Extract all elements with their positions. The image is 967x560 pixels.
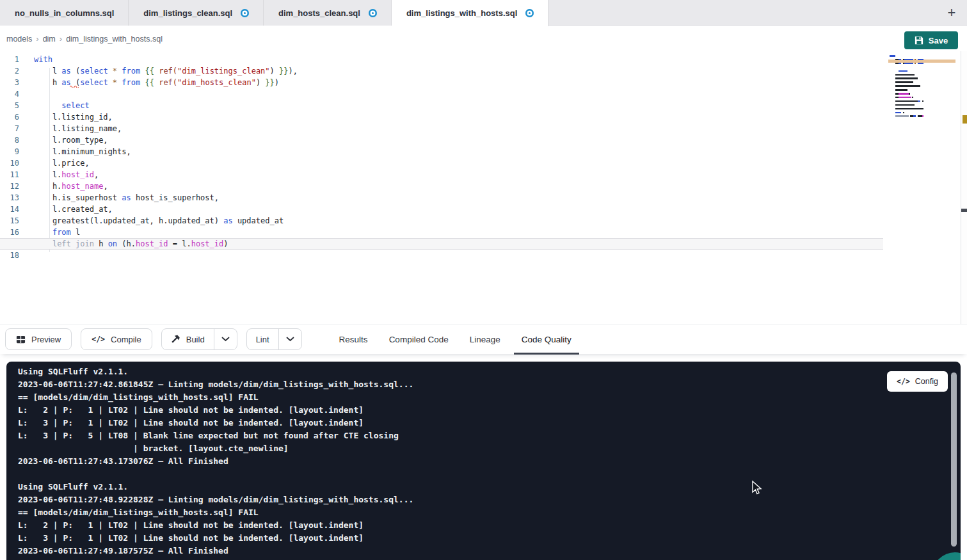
build-label: Build xyxy=(186,335,205,344)
file-tab-label: dim_listings_clean.sql xyxy=(143,8,232,18)
code-line: h as (select * from {{ ref("dim_hosts_cl… xyxy=(0,77,883,88)
code-line: l.listing_name, xyxy=(0,123,883,134)
code-line xyxy=(0,88,883,100)
file-tab[interactable]: no_nulls_in_columns.sql xyxy=(0,0,129,26)
breadcrumb-chevron-icon: › xyxy=(36,34,38,44)
code-line: h.host_name, xyxy=(0,180,883,192)
terminal-output: Using SQLFluff v2.1.1. 2023-06-06T11:27:… xyxy=(18,365,413,557)
lint-label: Lint xyxy=(256,335,269,344)
breadcrumb-segment[interactable]: dim_listings_with_hosts.sql xyxy=(66,35,163,44)
compile-label: Compile xyxy=(111,335,141,344)
unsaved-changes-icon xyxy=(525,9,534,17)
code-line: left join h on (h.host_id = l.host_id) xyxy=(0,238,883,250)
minimap[interactable] xyxy=(890,55,924,132)
unsaved-changes-icon xyxy=(369,9,377,17)
file-tab[interactable]: dim_listings_clean.sql xyxy=(129,0,264,26)
preview-label: Preview xyxy=(31,335,61,344)
result-panel-tabs: ResultsCompiled CodeLineageCode Quality xyxy=(332,324,579,355)
hammer-icon xyxy=(171,335,180,344)
lint-output-terminal: Using SQLFluff v2.1.1. 2023-06-06T11:27:… xyxy=(6,362,961,560)
lint-button[interactable]: Lint xyxy=(247,329,278,349)
save-label: Save xyxy=(929,36,948,45)
code-line: h.is_superhost as host_is_superhost, xyxy=(0,192,883,204)
panel-tab-code-quality[interactable]: Code Quality xyxy=(514,324,579,355)
code-line: l.created_at, xyxy=(0,204,883,215)
code-line: l.host_id, xyxy=(0,169,883,180)
code-line: l.room_type, xyxy=(0,134,883,146)
code-line: l.minimum_nights, xyxy=(0,146,883,157)
table-grid-icon xyxy=(16,335,26,344)
file-tab-label: no_nulls_in_columns.sql xyxy=(15,8,114,18)
panel-tab-lineage[interactable]: Lineage xyxy=(462,324,508,355)
save-button[interactable]: Save xyxy=(904,31,958,49)
code-line: with xyxy=(0,54,883,65)
chevron-down-icon xyxy=(221,337,230,342)
panel-tab-results[interactable]: Results xyxy=(332,324,376,355)
scroll-position-marker xyxy=(961,209,967,212)
config-button[interactable]: </> Config xyxy=(887,371,948,392)
editor-scroll-gutter[interactable] xyxy=(961,51,967,324)
preview-button[interactable]: Preview xyxy=(5,328,72,350)
dbt-ide-window: no_nulls_in_columns.sqldim_listings_clea… xyxy=(0,0,967,560)
unsaved-changes-icon xyxy=(241,9,249,17)
lint-dropdown-button[interactable] xyxy=(278,329,301,349)
code-icon: </> xyxy=(92,335,105,344)
floppy-disk-icon xyxy=(915,36,923,45)
breadcrumb: models›dim›dim_listings_with_hosts.sql xyxy=(6,26,163,51)
lint-button-group: Lint xyxy=(246,328,302,350)
compile-button[interactable]: </> Compile xyxy=(81,328,152,350)
build-button[interactable]: Build xyxy=(162,329,214,349)
lint-error-squiggle xyxy=(70,84,79,88)
code-line xyxy=(0,250,883,261)
code-line: greatest(l.updated_at, h.updated_at) as … xyxy=(0,215,883,227)
new-tab-button[interactable]: + xyxy=(941,0,962,26)
code-line: from l xyxy=(0,227,883,238)
help-fab-button[interactable] xyxy=(932,552,961,560)
code-icon: </> xyxy=(897,377,910,386)
file-tab-label: dim_listings_with_hosts.sql xyxy=(406,8,517,18)
build-dropdown-button[interactable] xyxy=(214,329,237,349)
breadcrumb-chevron-icon: › xyxy=(60,34,62,44)
code-area: with l as (select * from {{ ref("dim_lis… xyxy=(0,54,883,261)
file-tab[interactable]: dim_listings_with_hosts.sql xyxy=(392,0,548,26)
code-line: l.listing_id, xyxy=(0,111,883,123)
breadcrumb-bar: models›dim›dim_listings_with_hosts.sql S… xyxy=(0,26,967,51)
chevron-down-icon xyxy=(286,337,294,342)
file-tab-bar: no_nulls_in_columns.sqldim_listings_clea… xyxy=(0,0,967,26)
file-tab-label: dim_hosts_clean.sql xyxy=(278,8,360,18)
terminal-scrollbar[interactable] xyxy=(951,372,957,547)
file-tab[interactable]: dim_hosts_clean.sql xyxy=(264,0,392,26)
config-label: Config xyxy=(915,377,938,386)
panel-tab-compiled-code[interactable]: Compiled Code xyxy=(381,324,456,355)
breadcrumb-segment[interactable]: dim xyxy=(43,35,56,44)
file-tabs: no_nulls_in_columns.sqldim_listings_clea… xyxy=(0,0,548,25)
code-line: select xyxy=(0,100,883,111)
build-button-group: Build xyxy=(161,328,237,350)
lint-warning-marker xyxy=(963,115,967,124)
code-line: l as (select * from {{ ref("dim_listings… xyxy=(0,65,883,77)
code-editor[interactable]: 123456789101112131415161718 with l as (s… xyxy=(0,51,967,324)
editor-toolbar: Preview </> Compile Build Lint xyxy=(0,324,967,354)
code-line: l.price, xyxy=(0,157,883,169)
breadcrumb-segment[interactable]: models xyxy=(6,35,32,44)
